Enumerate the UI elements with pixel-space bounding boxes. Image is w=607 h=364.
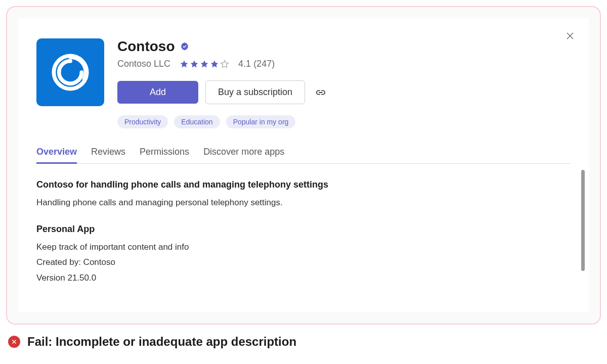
- personal-app-section: Personal App Keep track of important con…: [36, 222, 571, 285]
- overview-content: Contoso for handling phone calls and man…: [36, 178, 571, 285]
- tab-permissions[interactable]: Permissions: [140, 147, 189, 163]
- outer-frame: Contoso Contoso LLC: [6, 6, 601, 325]
- tabs: Overview Reviews Permissions Discover mo…: [36, 147, 571, 164]
- meta-row: Contoso LLC 4.1 (247): [117, 59, 571, 69]
- overview-summary: Handling phone calls and managing person…: [36, 196, 571, 209]
- link-icon: [315, 87, 326, 98]
- tag-education[interactable]: Education: [174, 115, 220, 128]
- star-icon: [210, 60, 219, 69]
- version-label: Version 21.50.0: [36, 271, 571, 285]
- publisher-name: Contoso LLC: [117, 59, 170, 69]
- verified-icon: [180, 42, 189, 51]
- validation-status-row: Fail: Incomplete or inadequate app descr…: [8, 335, 607, 349]
- app-detail-card: Contoso Contoso LLC: [18, 18, 589, 312]
- validation-status-text: Fail: Incomplete or inadequate app descr…: [27, 335, 296, 349]
- tag-popular[interactable]: Popular in my org: [226, 115, 296, 128]
- add-button[interactable]: Add: [117, 81, 198, 104]
- title-row: Contoso: [117, 38, 571, 55]
- close-icon: [566, 31, 575, 40]
- rating-stars: [180, 60, 229, 69]
- app-title: Contoso: [117, 38, 175, 55]
- buy-subscription-button[interactable]: Buy a subscription: [205, 80, 305, 104]
- star-icon: [190, 60, 199, 69]
- tag-row: Productivity Education Popular in my org: [117, 115, 571, 128]
- personal-app-heading: Personal App: [36, 222, 571, 237]
- tab-reviews[interactable]: Reviews: [91, 147, 125, 163]
- copy-link-button[interactable]: [312, 84, 329, 101]
- app-icon: [36, 38, 104, 106]
- tag-productivity[interactable]: Productivity: [117, 115, 168, 128]
- star-icon: [180, 60, 189, 69]
- header-info: Contoso Contoso LLC: [117, 38, 571, 128]
- header-row: Contoso Contoso LLC: [36, 38, 571, 128]
- tab-discover[interactable]: Discover more apps: [203, 147, 284, 163]
- created-by: Created by: Contoso: [36, 256, 571, 269]
- scrollbar-thumb[interactable]: [581, 170, 585, 271]
- rating-value: 4.1 (247): [238, 59, 275, 69]
- personal-app-line1: Keep track of important content and info: [36, 241, 571, 254]
- fail-icon: [8, 336, 20, 348]
- overview-headline: Contoso for handling phone calls and man…: [36, 178, 571, 192]
- close-button[interactable]: [566, 31, 575, 42]
- x-mark-icon: [11, 339, 17, 345]
- star-icon: [200, 60, 209, 69]
- app-logo-icon: [49, 51, 92, 94]
- tab-overview[interactable]: Overview: [36, 147, 77, 163]
- star-icon: [220, 60, 229, 69]
- action-row: Add Buy a subscription: [117, 80, 571, 104]
